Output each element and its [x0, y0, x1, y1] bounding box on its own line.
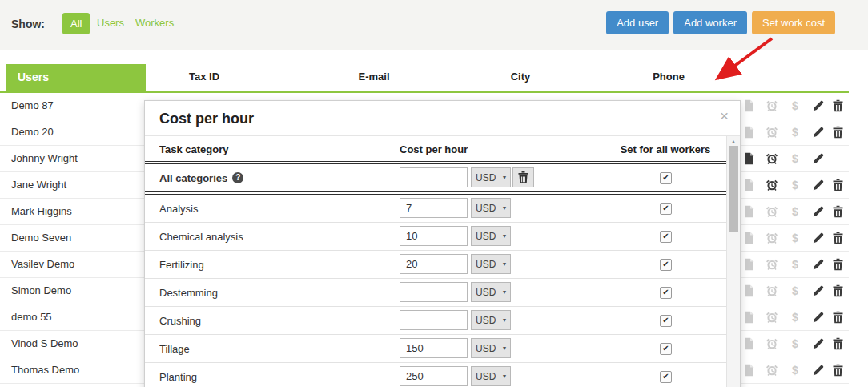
- filter-workers[interactable]: Workers: [135, 17, 174, 29]
- set-for-all-checkbox[interactable]: ✔: [660, 203, 672, 215]
- alarm-clock-icon[interactable]: [764, 232, 780, 244]
- document-icon[interactable]: [741, 312, 757, 324]
- alarm-clock-icon[interactable]: [764, 312, 780, 324]
- document-icon[interactable]: [741, 232, 757, 244]
- document-icon[interactable]: [741, 127, 757, 139]
- delete-icon[interactable]: [830, 338, 846, 350]
- scroll-up-icon[interactable]: ▲: [727, 139, 740, 144]
- edit-icon[interactable]: [810, 100, 826, 111]
- currency-select[interactable]: USD ▾: [471, 226, 511, 246]
- alarm-clock-icon[interactable]: [764, 365, 780, 377]
- dollar-icon[interactable]: $: [787, 337, 803, 350]
- cost-row: All categories ? USD ▾ ✔: [145, 164, 727, 195]
- filter-users[interactable]: Users: [97, 17, 124, 29]
- cost-per-hour-modal: Cost per hour × Task category Cost per h…: [144, 100, 741, 387]
- delete-icon[interactable]: [830, 259, 846, 271]
- cost-input[interactable]: [400, 338, 468, 358]
- cost-input[interactable]: [400, 226, 468, 246]
- alarm-clock-icon[interactable]: [764, 179, 780, 191]
- modal-scrollbar[interactable]: ▲: [726, 136, 740, 387]
- set-for-all-checkbox[interactable]: ✔: [660, 315, 672, 327]
- dollar-icon[interactable]: $: [787, 364, 803, 377]
- alarm-clock-icon[interactable]: [764, 338, 780, 350]
- currency-select[interactable]: USD ▾: [471, 282, 511, 302]
- document-icon[interactable]: [741, 259, 757, 271]
- set-for-all-checkbox[interactable]: ✔: [660, 287, 672, 299]
- document-icon[interactable]: [741, 365, 757, 377]
- delete-icon[interactable]: [830, 179, 846, 191]
- set-for-all-checkbox[interactable]: ✔: [660, 172, 672, 184]
- edit-icon[interactable]: [810, 127, 826, 138]
- dollar-icon[interactable]: $: [787, 205, 803, 218]
- cost-input[interactable]: [400, 198, 468, 218]
- dollar-icon[interactable]: $: [787, 99, 803, 112]
- chevron-down-icon: ▾: [503, 260, 506, 268]
- add-user-button[interactable]: Add user: [606, 11, 669, 34]
- document-icon[interactable]: [741, 206, 757, 218]
- alarm-clock-icon[interactable]: [764, 206, 780, 218]
- close-icon[interactable]: ×: [720, 107, 729, 125]
- cost-row: Crushing USD ▾ ✔: [145, 307, 727, 335]
- add-worker-button[interactable]: Add worker: [673, 11, 747, 34]
- delete-icon[interactable]: [830, 232, 846, 244]
- edit-icon[interactable]: [810, 153, 826, 164]
- dollar-icon[interactable]: $: [787, 232, 803, 244]
- alarm-clock-icon[interactable]: [764, 259, 780, 271]
- delete-icon[interactable]: [830, 206, 846, 218]
- currency-select[interactable]: USD ▾: [471, 167, 511, 187]
- dollar-icon[interactable]: $: [787, 284, 803, 297]
- delete-icon[interactable]: [830, 285, 846, 297]
- edit-icon[interactable]: [810, 312, 826, 323]
- set-for-all-checkbox[interactable]: ✔: [660, 259, 672, 271]
- help-icon[interactable]: ?: [232, 172, 243, 183]
- document-icon[interactable]: [741, 338, 757, 350]
- dollar-icon[interactable]: $: [787, 311, 803, 324]
- edit-icon[interactable]: [810, 206, 826, 217]
- document-icon[interactable]: [741, 285, 757, 297]
- currency-select[interactable]: USD ▾: [471, 254, 511, 274]
- set-work-cost-button[interactable]: Set work cost: [752, 11, 835, 34]
- document-icon[interactable]: [741, 153, 757, 165]
- cost-input[interactable]: [400, 254, 468, 274]
- edit-icon[interactable]: [810, 259, 826, 270]
- dollar-icon[interactable]: $: [787, 258, 803, 271]
- currency-value: USD: [476, 343, 496, 354]
- scrollbar-thumb[interactable]: [729, 146, 738, 232]
- alarm-clock-icon[interactable]: [764, 127, 780, 139]
- edit-icon[interactable]: [810, 365, 826, 376]
- cost-input[interactable]: [400, 167, 468, 187]
- set-for-all-checkbox[interactable]: ✔: [660, 343, 672, 355]
- alarm-clock-icon[interactable]: [764, 153, 780, 165]
- cost-row: Tillage USD ▾ ✔: [145, 335, 727, 363]
- filter-all[interactable]: All: [62, 13, 90, 34]
- currency-select[interactable]: USD ▾: [471, 310, 511, 330]
- edit-icon[interactable]: [810, 179, 826, 191]
- clear-costs-button[interactable]: [512, 167, 534, 187]
- cost-input[interactable]: [400, 366, 468, 386]
- document-icon[interactable]: [741, 100, 757, 112]
- set-for-all-checkbox[interactable]: ✔: [660, 371, 672, 383]
- currency-select[interactable]: USD ▾: [471, 198, 511, 218]
- delete-icon[interactable]: [830, 312, 846, 324]
- alarm-clock-icon[interactable]: [764, 100, 780, 112]
- edit-icon[interactable]: [810, 232, 826, 244]
- delete-icon[interactable]: [830, 127, 846, 139]
- currency-select[interactable]: USD ▾: [471, 366, 511, 386]
- chevron-down-icon: ▾: [503, 232, 506, 240]
- delete-icon[interactable]: [830, 365, 846, 377]
- dollar-icon[interactable]: $: [787, 152, 803, 165]
- delete-icon[interactable]: [830, 100, 846, 112]
- edit-icon[interactable]: [810, 285, 826, 296]
- modal-table-body: All categories ? USD ▾ ✔ Analysis USD ▾ …: [145, 164, 727, 387]
- dollar-icon[interactable]: $: [787, 179, 803, 191]
- alarm-clock-icon[interactable]: [764, 285, 780, 297]
- dollar-icon[interactable]: $: [787, 126, 803, 139]
- document-icon[interactable]: [741, 179, 757, 191]
- cost-input[interactable]: [400, 282, 468, 302]
- cost-input[interactable]: [400, 310, 468, 330]
- set-for-all-checkbox[interactable]: ✔: [660, 231, 672, 243]
- column-header-cost-per-hour: Cost per hour: [400, 143, 468, 155]
- tab-users[interactable]: Users: [6, 64, 146, 91]
- currency-select[interactable]: USD ▾: [471, 338, 511, 358]
- edit-icon[interactable]: [810, 338, 826, 349]
